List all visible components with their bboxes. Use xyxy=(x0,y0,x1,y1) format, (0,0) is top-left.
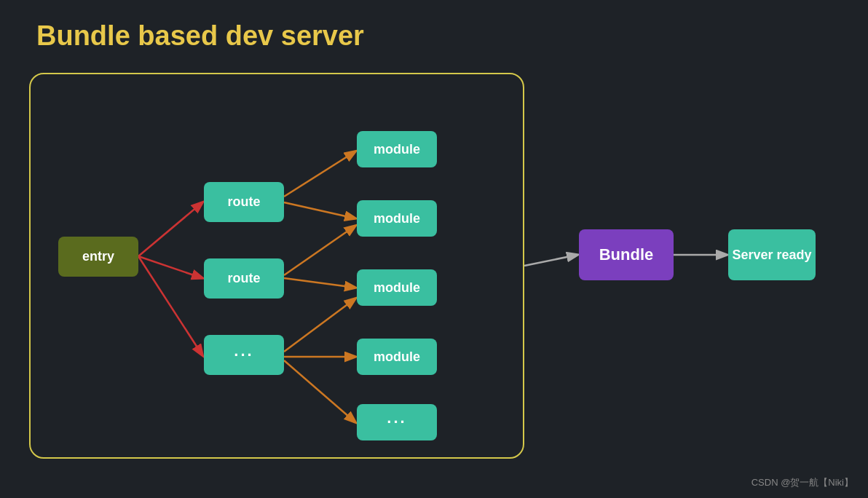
module-node-2: module xyxy=(357,200,437,237)
server-ready-node: Server ready xyxy=(728,229,816,280)
dots-node-2: ··· xyxy=(357,404,437,440)
watermark: CSDN @贺一航【Niki】 xyxy=(751,476,853,489)
dots-node-1: ··· xyxy=(204,335,284,375)
module-node-3: module xyxy=(357,269,437,306)
route-node-2: route xyxy=(204,258,284,299)
route-node-1: route xyxy=(204,182,284,222)
module-node-4: module xyxy=(357,339,437,375)
entry-node: entry xyxy=(58,237,138,277)
bundle-node: Bundle xyxy=(579,229,674,280)
module-node-1: module xyxy=(357,131,437,167)
svg-line-10 xyxy=(524,255,577,266)
diagram-area: entry route route ··· module module modu… xyxy=(29,73,839,462)
page-title: Bundle based dev server xyxy=(36,20,364,52)
